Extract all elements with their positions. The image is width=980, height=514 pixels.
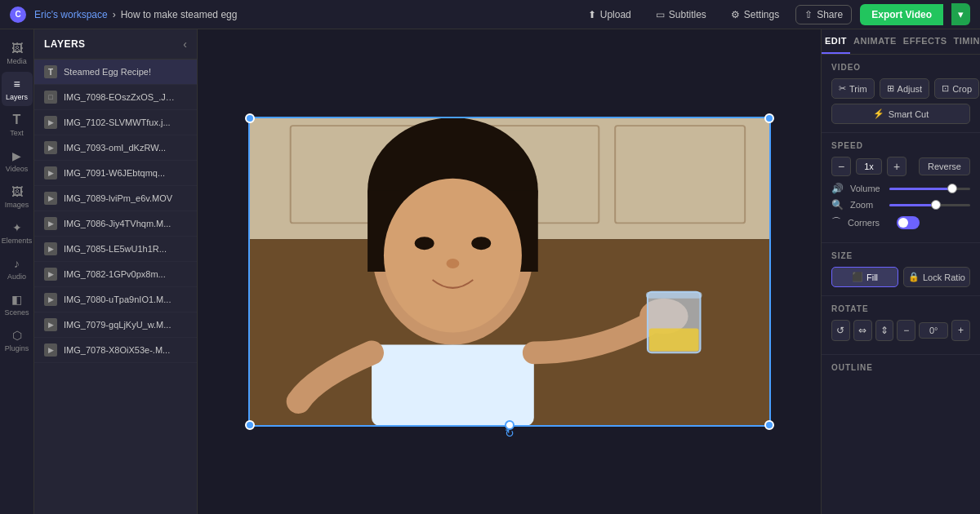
layer-item-5[interactable]: ▶IMG_7091-W6JEbtqmq...: [34, 161, 197, 186]
handle-top-right[interactable]: [764, 113, 774, 123]
lock-ratio-button[interactable]: 🔒 Lock Ratio: [903, 267, 970, 287]
svg-point-12: [446, 259, 459, 268]
layer-name-8: IMG_7085-LE5wU1h1R...: [64, 244, 167, 254]
trim-icon: ✂: [839, 83, 846, 94]
sidebar-item-scenes[interactable]: ◧ Scenes: [2, 287, 33, 321]
sidebar-item-media[interactable]: 🖼 Media: [2, 36, 33, 70]
rotate-ccw-button[interactable]: ↺: [831, 320, 850, 341]
layer-name-12: IMG_7078-X8OiX53e-.M...: [64, 345, 170, 355]
sidebar-item-audio[interactable]: ♪ Audio: [2, 251, 33, 286]
layer-item-10[interactable]: ▶IMG_7080-uTpa9nIO1.M...: [34, 287, 197, 312]
smart-cut-button[interactable]: ⚡ Smart Cut: [831, 104, 970, 124]
layer-name-5: IMG_7091-W6JEbtqmq...: [64, 168, 165, 178]
volume-icon: 🔊: [831, 183, 844, 194]
workspace-link[interactable]: Eric's workspace: [34, 9, 108, 20]
sidebar-item-layers[interactable]: ≡ Layers: [2, 72, 33, 106]
sidebar-item-text[interactable]: T Text: [2, 108, 33, 142]
layer-item-4[interactable]: ▶IMG_7093-omI_dKzRW...: [34, 135, 197, 161]
settings-button[interactable]: ⚙ Settings: [723, 6, 787, 24]
crop-icon: ⊡: [942, 83, 949, 94]
rotate-decrease-button[interactable]: −: [897, 320, 915, 341]
adjust-button[interactable]: ⊞ Adjust: [880, 78, 930, 99]
handle-top-left[interactable]: [245, 113, 255, 123]
video-canvas[interactable]: ↻: [248, 117, 771, 427]
upload-button[interactable]: ⬆ Upload: [580, 6, 639, 24]
layer-item-6[interactable]: ▶IMG_7089-lviPm_e6v.MOV: [34, 186, 197, 211]
subtitles-button[interactable]: ▭ Subtitles: [648, 6, 715, 24]
speed-section: SPEED − 1x + Reverse 🔊 Volume 🔍 Zoom: [822, 133, 980, 243]
tab-edit[interactable]: EDIT: [822, 29, 850, 54]
layer-name-11: IMG_7079-gqLjKyU_w.M...: [64, 320, 171, 330]
layer-name-6: IMG_7089-lviPm_e6v.MOV: [64, 193, 172, 203]
size-btn-row: ⬛ Fill 🔒 Lock Ratio: [831, 267, 970, 287]
corners-row: ⌒ Corners: [831, 215, 970, 229]
layer-item-9[interactable]: ▶IMG_7082-1GPv0px8m...: [34, 262, 197, 287]
layers-header: LAYERS ‹: [34, 29, 197, 60]
rotate-increase-button[interactable]: +: [951, 320, 970, 341]
share-button[interactable]: ⇧ Share: [795, 5, 852, 24]
svg-rect-13: [372, 344, 534, 425]
layer-item-7[interactable]: ▶IMG_7086-Jiy4TVhqm.M...: [34, 211, 197, 237]
fill-button[interactable]: ⬛ Fill: [831, 267, 898, 287]
rotate-input[interactable]: [919, 322, 948, 339]
tab-timing[interactable]: TIMING: [950, 29, 980, 54]
svg-point-10: [414, 237, 434, 250]
handle-bottom-left[interactable]: [245, 420, 255, 430]
layers-list: TSteamed Egg Recipe!□IMG_7098-EOszZxOS_.…: [34, 60, 197, 514]
images-icon: 🖼: [10, 184, 24, 199]
video-layer-play-icon: ▶: [48, 219, 54, 228]
video-layer-play-icon: ▶: [48, 295, 54, 304]
flip-h-button[interactable]: ⇔: [853, 320, 872, 341]
sidebar-item-images[interactable]: 🖼 Images: [2, 179, 33, 214]
layers-panel: LAYERS ‹ TSteamed Egg Recipe!□IMG_7098-E…: [34, 29, 198, 514]
app-logo: C: [10, 7, 26, 23]
videos-icon: ▶: [10, 148, 24, 163]
volume-slider[interactable]: [889, 188, 970, 190]
tab-animate[interactable]: ANIMATE: [850, 29, 900, 54]
right-panel: EDIT ANIMATE EFFECTS TIMING VIDEO ✂ Trim…: [821, 29, 980, 514]
zoom-slider[interactable]: [889, 204, 970, 206]
sidebar-item-plugins[interactable]: ⬡ Plugins: [2, 323, 33, 357]
corners-toggle[interactable]: [897, 216, 920, 229]
layer-name-7: IMG_7086-Jiy4TVhqm.M...: [64, 219, 171, 228]
speed-label: SPEED: [831, 141, 970, 150]
speed-row: − 1x + Reverse: [831, 157, 970, 176]
svg-rect-16: [648, 329, 698, 352]
breadcrumb: Eric's workspace › How to make steamed e…: [34, 9, 237, 20]
layers-collapse-button[interactable]: ‹: [183, 38, 187, 51]
speed-decrease-button[interactable]: −: [831, 157, 851, 176]
crop-button[interactable]: ⊡ Crop: [934, 78, 979, 99]
sidebar-item-elements[interactable]: ✦ Elements: [2, 215, 33, 250]
layer-item-12[interactable]: ▶IMG_7078-X8OiX53e-.M...: [34, 338, 197, 363]
layer-item-1[interactable]: TSteamed Egg Recipe!: [34, 60, 197, 85]
adjust-icon: ⊞: [887, 83, 894, 94]
layer-item-11[interactable]: ▶IMG_7079-gqLjKyU_w.M...: [34, 312, 197, 338]
refresh-handle[interactable]: ↻: [505, 427, 514, 440]
zoom-label: Zoom: [850, 200, 883, 210]
video-layer-play-icon: ▶: [48, 169, 54, 177]
trim-button[interactable]: ✂ Trim: [831, 78, 875, 99]
layer-item-2[interactable]: □IMG_7098-EOszZxOS_.JPG: [34, 85, 197, 110]
layer-name-1: Steamed Egg Recipe!: [64, 67, 151, 77]
corners-curve-icon: ⌒: [831, 215, 841, 229]
flip-v-button[interactable]: ⇕: [875, 320, 894, 341]
layer-item-3[interactable]: ▶IMG_7102-SLVMWTfux.j...: [34, 110, 197, 135]
text-layer-icon: T: [48, 68, 53, 77]
tab-effects[interactable]: EFFECTS: [900, 29, 951, 54]
layer-item-8[interactable]: ▶IMG_7085-LE5wU1h1R...: [34, 237, 197, 262]
elements-icon: ✦: [10, 220, 24, 235]
handle-bottom-right[interactable]: [764, 420, 774, 430]
reverse-button[interactable]: Reverse: [919, 157, 970, 175]
layer-name-2: IMG_7098-EOszZxOS_.JPG: [64, 92, 178, 102]
export-dropdown-button[interactable]: ▾: [951, 3, 970, 25]
speed-increase-button[interactable]: +: [887, 157, 906, 176]
video-label: VIDEO: [831, 63, 970, 72]
subtitles-icon: ▭: [656, 9, 665, 20]
chevron-down-icon: ▾: [958, 8, 964, 20]
fill-icon: ⬛: [852, 272, 863, 282]
video-bg: [250, 118, 769, 425]
video-layer-play-icon: ▶: [48, 118, 54, 126]
sidebar-item-videos[interactable]: ▶ Videos: [2, 144, 33, 178]
layers-title: LAYERS: [44, 38, 86, 50]
export-button[interactable]: Export Video: [860, 4, 943, 25]
